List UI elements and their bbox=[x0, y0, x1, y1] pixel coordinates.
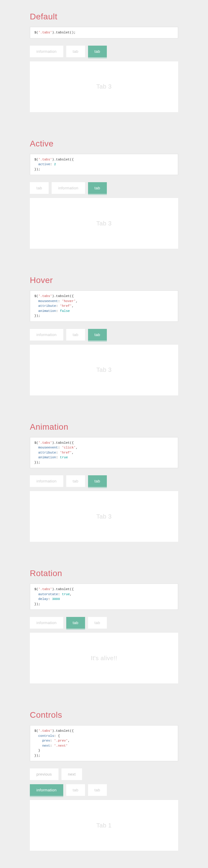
tab-item[interactable]: tab bbox=[66, 475, 85, 487]
code-block: $('.tabs').tabslet({ active: 2 }); bbox=[30, 154, 178, 175]
example-section: Rotation$('.tabs').tabslet({ autorotate:… bbox=[30, 569, 178, 683]
example-section: Active$('.tabs').tabslet({ active: 2 });… bbox=[30, 139, 178, 249]
section-title: Default bbox=[30, 12, 178, 22]
tab-item[interactable]: tab bbox=[66, 617, 85, 628]
tab-item[interactable]: information bbox=[30, 329, 63, 341]
tab-item[interactable]: information bbox=[52, 182, 85, 194]
code-block: $('.tabs').tabslet({ autorotate: true, d… bbox=[30, 584, 178, 610]
tab-item[interactable]: tab bbox=[88, 45, 107, 57]
tab-item[interactable]: information bbox=[30, 45, 63, 57]
section-title: Controls bbox=[30, 710, 178, 720]
tab-item[interactable]: tab bbox=[88, 475, 107, 487]
code-block: $('.tabs').tabslet({ controls: { prev: '… bbox=[30, 725, 178, 761]
tab-item[interactable]: tab bbox=[30, 182, 49, 194]
code-block: $('.tabs').tabslet({ mouseevent: 'click'… bbox=[30, 437, 178, 468]
previous-button[interactable]: previous bbox=[30, 768, 59, 780]
controls-row: previousnext bbox=[30, 768, 178, 780]
tabs-row: informationtabtab bbox=[30, 784, 178, 796]
tab-panel: Tab 1 bbox=[30, 800, 178, 851]
tab-panel: Tab 3 bbox=[30, 345, 178, 395]
next-button[interactable]: next bbox=[61, 768, 82, 780]
tab-item[interactable]: tab bbox=[66, 45, 85, 57]
example-section: Default$('.tabs').tabslet();informationt… bbox=[30, 12, 178, 112]
code-block: $('.tabs').tabslet({ mouseevent: 'hover'… bbox=[30, 290, 178, 322]
section-title: Animation bbox=[30, 422, 178, 432]
tab-panel: Tab 3 bbox=[30, 491, 178, 542]
example-section: Hover$('.tabs').tabslet({ mouseevent: 'h… bbox=[30, 276, 178, 395]
tab-item[interactable]: tab bbox=[66, 784, 85, 796]
tab-panel: It's alive!! bbox=[30, 633, 178, 683]
example-section: Animation$('.tabs').tabslet({ mouseevent… bbox=[30, 422, 178, 542]
tab-item[interactable]: tab bbox=[88, 329, 107, 341]
tab-item[interactable]: information bbox=[30, 475, 63, 487]
tab-item[interactable]: tab bbox=[88, 182, 107, 194]
section-title: Active bbox=[30, 139, 178, 149]
tab-item[interactable]: tab bbox=[66, 329, 85, 341]
tab-panel: Tab 3 bbox=[30, 198, 178, 249]
tabs-row: informationtabtab bbox=[30, 329, 178, 341]
tabs-row: informationtabtab bbox=[30, 475, 178, 487]
tab-panel: Tab 3 bbox=[30, 61, 178, 112]
section-title: Hover bbox=[30, 276, 178, 285]
tab-item[interactable]: tab bbox=[88, 617, 107, 628]
tab-item[interactable]: tab bbox=[88, 784, 107, 796]
tabs-row: informationtabtab bbox=[30, 617, 178, 628]
section-title: Rotation bbox=[30, 569, 178, 578]
example-section: Controls$('.tabs').tabslet({ controls: {… bbox=[30, 710, 178, 851]
code-block: $('.tabs').tabslet(); bbox=[30, 27, 178, 38]
tab-item[interactable]: information bbox=[30, 617, 63, 628]
tab-item[interactable]: information bbox=[30, 784, 63, 796]
tabs-row: tabinformationtab bbox=[30, 182, 178, 194]
tabs-row: informationtabtab bbox=[30, 45, 178, 57]
